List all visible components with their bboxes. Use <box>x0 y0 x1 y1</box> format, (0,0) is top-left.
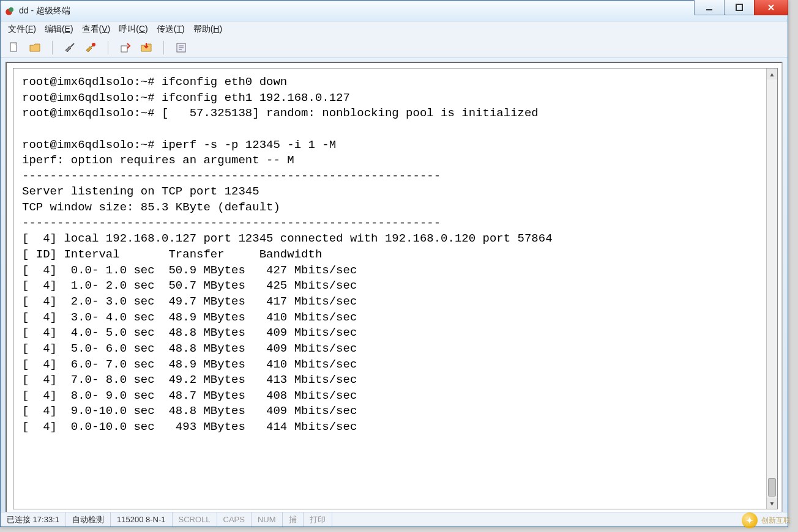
open-icon[interactable] <box>29 42 41 54</box>
svg-rect-3 <box>736 4 742 10</box>
svg-rect-6 <box>121 46 127 52</box>
toolbar <box>1 37 788 58</box>
menu-file[interactable]: 文件(F) <box>8 24 36 35</box>
status-print: 打印 <box>304 512 332 526</box>
disconnect-icon[interactable] <box>84 42 97 54</box>
receive-icon[interactable] <box>140 42 152 54</box>
svg-point-1 <box>9 7 14 12</box>
maximize-button[interactable] <box>724 0 755 15</box>
close-button[interactable] <box>754 0 788 15</box>
svg-point-5 <box>92 43 95 46</box>
statusbar: 已连接 17:33:1 自动检测 115200 8-N-1 SCROLL CAP… <box>1 512 788 526</box>
menu-edit[interactable]: 编辑(E) <box>45 24 73 35</box>
toolbar-separator <box>108 41 108 54</box>
scroll-thumb[interactable] <box>768 478 776 497</box>
watermark-text: 创新互联 <box>761 515 791 526</box>
window-controls <box>695 0 788 15</box>
terminal-frame: root@imx6qdlsolo:~# ifconfig eth0 down r… <box>6 62 783 514</box>
terminal[interactable]: root@imx6qdlsolo:~# ifconfig eth0 down r… <box>13 68 778 509</box>
titlebar[interactable]: dd - 超级终端 <box>1 1 788 21</box>
vertical-scrollbar[interactable]: ▲ ▼ <box>766 68 777 509</box>
svg-rect-2 <box>706 9 712 10</box>
minimize-button[interactable] <box>694 0 725 15</box>
connect-icon[interactable] <box>64 42 76 54</box>
status-caps: CAPS <box>217 512 252 526</box>
app-window: dd - 超级终端 文件(F) 编辑(E) 查看(V) 呼叫(C) 传送(T) … <box>0 0 788 527</box>
menu-call[interactable]: 呼叫(C) <box>119 24 147 35</box>
menu-help[interactable]: 帮助(H) <box>193 24 222 35</box>
menu-transfer[interactable]: 传送(T) <box>157 24 185 35</box>
watermark-icon: ✦ <box>742 512 758 528</box>
status-capture: 捕 <box>283 512 304 526</box>
app-icon <box>4 6 15 17</box>
toolbar-separator <box>52 41 53 54</box>
scroll-down-icon[interactable]: ▼ <box>767 498 777 509</box>
window-title: dd - 超级终端 <box>19 6 70 17</box>
properties-icon[interactable] <box>175 42 187 54</box>
watermark: ✦ 创新互联 <box>742 512 791 528</box>
scroll-up-icon[interactable]: ▲ <box>767 68 777 79</box>
menubar: 文件(F) 编辑(E) 查看(V) 呼叫(C) 传送(T) 帮助(H) <box>1 21 788 37</box>
send-icon[interactable] <box>119 42 132 54</box>
menu-view[interactable]: 查看(V) <box>82 24 111 35</box>
status-connected: 已连接 17:33:1 <box>1 512 66 526</box>
status-num: NUM <box>252 512 283 526</box>
status-serial: 115200 8-N-1 <box>111 512 173 526</box>
toolbar-separator <box>163 41 164 54</box>
terminal-output: root@imx6qdlsolo:~# ifconfig eth0 down r… <box>13 68 777 441</box>
status-scroll: SCROLL <box>173 512 217 526</box>
status-autodetect: 自动检测 <box>66 512 111 526</box>
new-doc-icon[interactable] <box>8 42 20 54</box>
